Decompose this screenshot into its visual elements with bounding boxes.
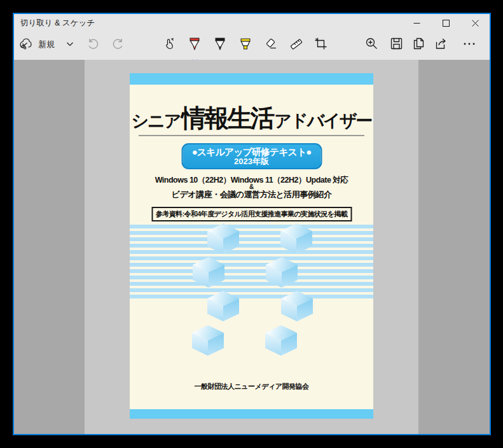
skill-up-badge: ●スキルアップ研修テキスト● 2023年版: [181, 143, 322, 169]
minimize-button[interactable]: [402, 14, 431, 32]
titlebar[interactable]: 切り取り & スケッチ: [14, 14, 490, 32]
close-icon: [472, 20, 479, 27]
snip-sketch-window: 切り取り & スケッチ: [13, 13, 491, 435]
touch-writing-icon: [163, 37, 176, 52]
cube-decoration: [281, 291, 313, 321]
ellipsis-icon: [463, 38, 476, 52]
close-button[interactable]: [460, 14, 490, 32]
reference-note-box: 参考資料:令和4年度デジタル活用支援推進事業の実施状況を掲載: [151, 207, 352, 221]
new-snip-label: 新規: [38, 39, 55, 50]
maximize-icon: [443, 20, 450, 27]
floppy-disk-icon: [390, 37, 403, 52]
copy-pages-icon: [412, 37, 425, 52]
toolbar: 新規: [14, 32, 490, 60]
canvas-gutter-left: [14, 60, 85, 434]
maximize-button[interactable]: [431, 14, 460, 32]
highlighter-icon: [238, 37, 252, 53]
copy-button[interactable]: [412, 32, 425, 57]
cube-decoration: [207, 291, 239, 321]
crop-button[interactable]: [314, 32, 327, 57]
cube-decoration: [193, 257, 224, 288]
video-lecture-text: ビデオ講座・会議の運営方法と活用事例紹介: [130, 189, 373, 200]
ruler-button[interactable]: [290, 32, 303, 57]
zoom-button[interactable]: [365, 32, 378, 57]
chevron-down-icon: [65, 39, 74, 50]
new-snip-button[interactable]: 新規: [19, 32, 55, 57]
eraser-button[interactable]: [265, 32, 277, 57]
ruler-icon: [289, 37, 303, 53]
share-button[interactable]: [434, 32, 447, 57]
pencil-icon: [213, 37, 227, 53]
magnifier-plus-icon: [365, 37, 378, 52]
book-title-prefix: シニア: [131, 109, 180, 132]
scissors-cloud-icon: [19, 37, 32, 52]
cube-decoration: [280, 223, 312, 254]
redo-button[interactable]: [112, 32, 125, 57]
share-arrow-icon: [434, 37, 448, 52]
window-controls: [402, 14, 490, 32]
cube-decoration: [192, 325, 224, 356]
cube-decoration: [266, 257, 298, 288]
touch-writing-button[interactable]: [163, 32, 176, 57]
ballpoint-pen-button[interactable]: [188, 32, 201, 57]
cover-top-band: [130, 73, 373, 85]
publisher-text: 一般財団法人ニューメディア開発協会: [130, 382, 373, 391]
eraser-icon: [264, 37, 278, 53]
save-button[interactable]: [390, 32, 403, 57]
ballpoint-pen-icon: [188, 37, 202, 53]
cube-decoration: [207, 223, 239, 254]
book-title-suffix: アドバイザー: [274, 109, 371, 132]
cover-bottom-band: [130, 409, 373, 419]
minimize-icon: [413, 20, 420, 27]
canvas-gutter-right: [418, 60, 490, 434]
book-title-emphasis: 情報生活: [180, 101, 274, 136]
stripe-pattern: [130, 225, 373, 301]
title-underline: [139, 135, 364, 136]
snip-canvas[interactable]: シニア 情報生活 アドバイザー ●スキルアップ研修テキスト● 2023年版 Wi…: [14, 60, 490, 434]
more-options-button[interactable]: [463, 32, 476, 57]
new-snip-dropdown[interactable]: [64, 32, 76, 57]
undo-button[interactable]: [86, 32, 99, 57]
captured-image-book-cover[interactable]: シニア 情報生活 アドバイザー ●スキルアップ研修テキスト● 2023年版 Wi…: [130, 73, 373, 419]
book-title: シニア 情報生活 アドバイザー: [130, 101, 373, 133]
undo-icon: [86, 38, 99, 52]
badge-year: 2023年版: [234, 157, 269, 166]
cube-decoration: [265, 325, 297, 356]
window-title: 切り取り & スケッチ: [14, 18, 95, 29]
pencil-button[interactable]: [214, 32, 226, 57]
highlighter-button[interactable]: [239, 32, 252, 57]
crop-icon: [314, 37, 327, 52]
redo-icon: [112, 38, 125, 52]
badge-text: ●スキルアップ研修テキスト●: [192, 146, 312, 157]
